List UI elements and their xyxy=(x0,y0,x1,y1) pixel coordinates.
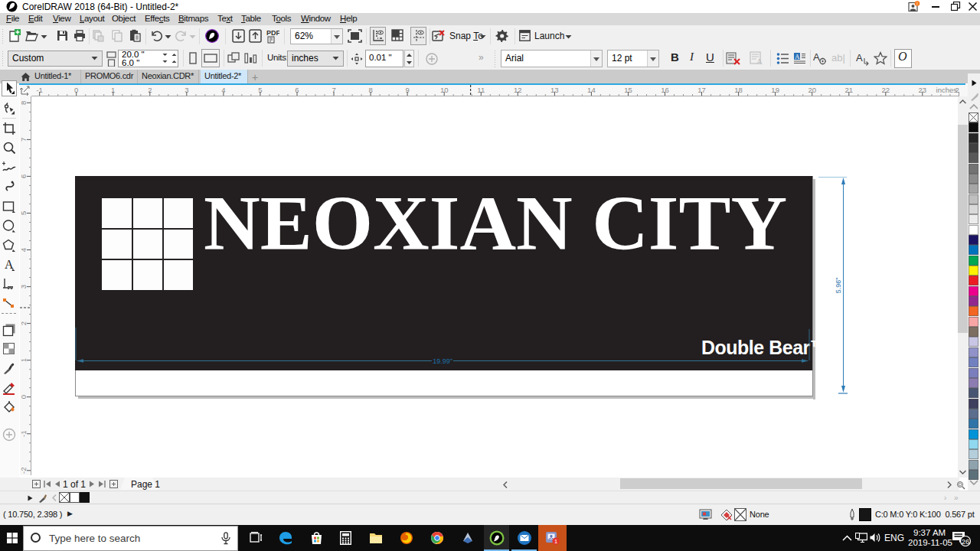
svg-text:26: 26 xyxy=(962,537,970,546)
svg-text:8: 8 xyxy=(20,101,28,105)
svg-text:A: A xyxy=(813,51,820,63)
svg-text:A: A xyxy=(795,53,800,60)
svg-text:5: 5 xyxy=(20,211,28,215)
svg-text:inches: inches xyxy=(936,86,958,94)
svg-text:PDF: PDF xyxy=(266,29,279,37)
svg-text:5.96": 5.96" xyxy=(835,278,842,294)
svg-text:1: 1 xyxy=(554,538,557,545)
svg-text:A: A xyxy=(856,52,863,64)
svg-text:-1: -1 xyxy=(20,431,28,437)
svg-text:A: A xyxy=(5,258,14,271)
svg-text:6: 6 xyxy=(20,174,28,178)
svg-text:19.99": 19.99" xyxy=(433,357,452,365)
svg-text:4: 4 xyxy=(20,248,28,252)
svg-text:3: 3 xyxy=(20,285,28,289)
svg-text:0: 0 xyxy=(20,395,28,399)
svg-text:2: 2 xyxy=(20,321,28,325)
svg-text:7: 7 xyxy=(20,138,28,142)
svg-text:-2: -2 xyxy=(20,468,28,474)
svg-text:A: A xyxy=(756,57,763,66)
svg-text:1: 1 xyxy=(20,358,28,362)
